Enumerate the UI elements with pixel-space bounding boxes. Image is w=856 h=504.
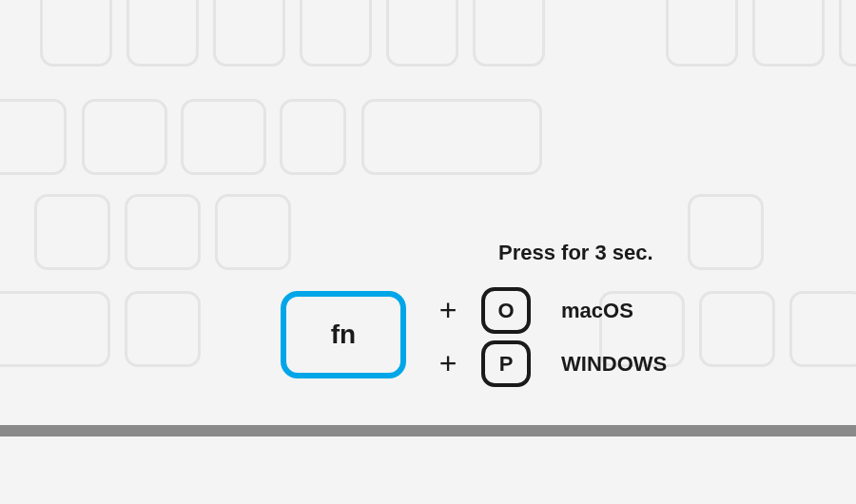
- plus-icon: +: [434, 293, 462, 328]
- bg-key: [213, 0, 285, 67]
- fn-key-label: fn: [331, 320, 356, 350]
- letter-key-o: O: [481, 287, 531, 334]
- bg-key: [473, 0, 545, 67]
- combo-row-windows: + P WINDOWS: [434, 340, 667, 387]
- instruction-text: Press for 3 sec.: [498, 241, 653, 265]
- os-label-windows: WINDOWS: [561, 352, 667, 377]
- letter-key-o-label: O: [497, 299, 514, 323]
- bg-key: [34, 194, 110, 270]
- bg-key: [125, 291, 201, 367]
- bg-key: [181, 99, 266, 175]
- letter-key-p: P: [481, 340, 531, 387]
- plus-icon: +: [434, 346, 462, 381]
- bg-key: [839, 0, 856, 67]
- bg-key: [126, 0, 199, 67]
- bg-key: [280, 99, 346, 175]
- bg-key: [215, 194, 291, 270]
- keyboard-divider: [0, 425, 856, 436]
- bg-key: [789, 291, 856, 367]
- os-label-macos: macOS: [561, 299, 633, 323]
- bg-key: [40, 0, 112, 67]
- bg-key: [0, 291, 110, 367]
- bg-key: [0, 99, 67, 175]
- bg-key: [752, 0, 825, 67]
- bg-key: [699, 291, 775, 367]
- bg-key: [386, 0, 458, 67]
- bg-key: [82, 99, 167, 175]
- fn-key: fn: [281, 291, 406, 378]
- letter-key-p-label: P: [499, 352, 514, 377]
- combo-row-macos: + O macOS: [434, 287, 633, 334]
- bg-key: [666, 0, 738, 67]
- bg-key: [361, 99, 542, 175]
- bg-key: [688, 194, 764, 270]
- bg-key: [125, 194, 201, 270]
- bg-key: [300, 0, 372, 67]
